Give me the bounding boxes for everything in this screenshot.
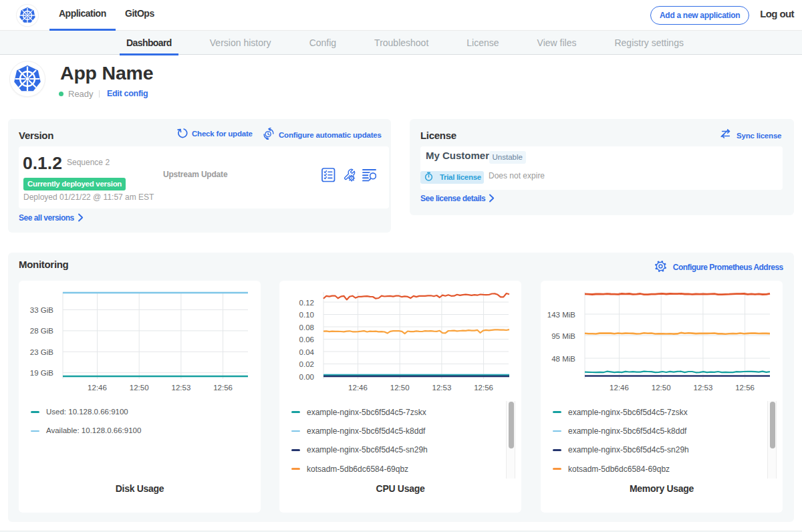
svg-text:12:56: 12:56 <box>735 384 755 392</box>
svg-text:12:53: 12:53 <box>172 384 191 392</box>
svg-text:33 GiB: 33 GiB <box>30 306 53 314</box>
svg-text:12:56: 12:56 <box>213 384 233 392</box>
svg-text:12:50: 12:50 <box>652 384 671 392</box>
svg-text:23 GiB: 23 GiB <box>30 348 53 356</box>
svg-text:12:46: 12:46 <box>88 384 107 392</box>
svg-text:12:53: 12:53 <box>694 384 713 392</box>
svg-text:143 MiB: 143 MiB <box>547 311 576 319</box>
svg-text:95 MiB: 95 MiB <box>551 332 575 340</box>
svg-text:0.02: 0.02 <box>299 360 314 368</box>
svg-text:0.06: 0.06 <box>299 336 314 344</box>
svg-text:48 MiB: 48 MiB <box>551 355 575 363</box>
svg-text:12:50: 12:50 <box>390 384 410 392</box>
svg-text:0.12: 0.12 <box>299 299 314 307</box>
svg-text:12:50: 12:50 <box>130 384 149 392</box>
svg-text:12:56: 12:56 <box>474 384 493 392</box>
svg-text:0.08: 0.08 <box>299 323 314 331</box>
svg-text:28 GiB: 28 GiB <box>30 327 53 335</box>
svg-text:12:53: 12:53 <box>432 384 452 392</box>
svg-text:0.10: 0.10 <box>299 311 314 319</box>
svg-text:0.04: 0.04 <box>299 348 315 356</box>
svg-text:19 GiB: 19 GiB <box>30 369 53 377</box>
svg-text:0.00: 0.00 <box>299 373 314 381</box>
svg-text:12:46: 12:46 <box>610 384 629 392</box>
svg-text:12:46: 12:46 <box>348 384 368 392</box>
